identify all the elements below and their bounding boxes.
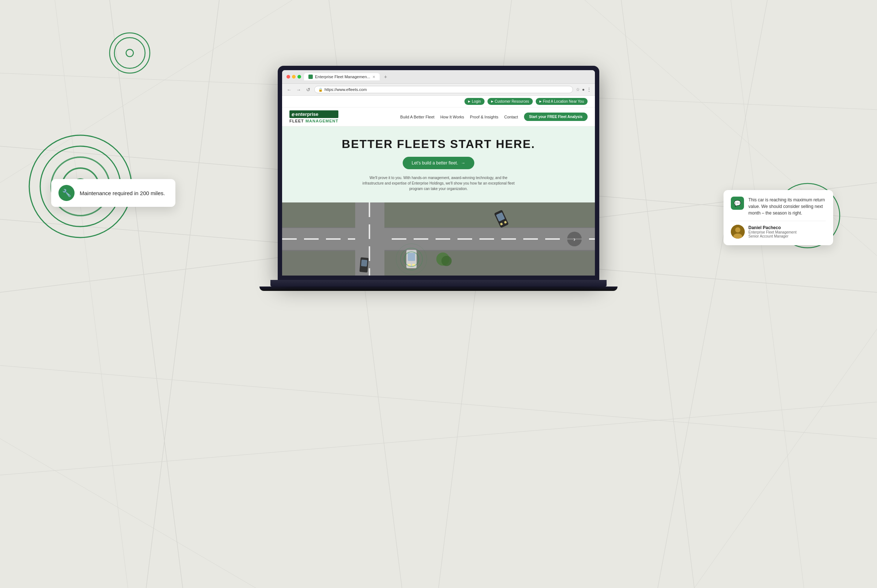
logo-e-letter: e bbox=[292, 111, 295, 117]
enterprise-logo: e enterprise bbox=[289, 110, 338, 118]
utility-bar: Login Customer Resources Find A Location… bbox=[282, 96, 595, 108]
svg-point-18 bbox=[109, 33, 150, 73]
lock-icon: 🔒 bbox=[318, 88, 323, 92]
browser-chrome: Enterprise Fleet Managemen... ✕ + bbox=[282, 70, 595, 84]
svg-rect-46 bbox=[589, 238, 595, 240]
advisor-avatar bbox=[731, 225, 745, 238]
hero-section: BETTER FLEETS START HERE. Let's build a … bbox=[282, 126, 595, 202]
svg-rect-43 bbox=[523, 238, 538, 240]
back-button[interactable]: ← bbox=[286, 86, 292, 93]
laptop-bottom bbox=[259, 286, 618, 291]
website-content: Login Customer Resources Find A Location… bbox=[282, 96, 595, 276]
fleet-analysis-cta-button[interactable]: Start your FREE Fleet Analysis bbox=[524, 112, 588, 121]
svg-line-8 bbox=[658, 0, 768, 588]
decorative-circle-top-left bbox=[106, 29, 153, 77]
svg-line-10 bbox=[0, 366, 877, 438]
url-text: https://www.efleets.com bbox=[324, 87, 367, 92]
svg-point-19 bbox=[114, 38, 145, 68]
browser-action-icons: ☆ ● ⋮ bbox=[576, 87, 591, 92]
advisor-chat-icon: 💬 bbox=[731, 196, 744, 210]
svg-rect-37 bbox=[392, 238, 406, 240]
account-icon[interactable]: ● bbox=[582, 87, 585, 92]
advisor-person: Daniel Pacheco Enterprise Fleet Manageme… bbox=[731, 221, 826, 238]
svg-line-12 bbox=[55, 0, 128, 588]
svg-rect-34 bbox=[326, 238, 340, 240]
logo: e enterprise FLEET MANAGEMENT bbox=[289, 110, 338, 123]
tab-favicon bbox=[309, 75, 313, 79]
svg-rect-42 bbox=[501, 238, 516, 240]
main-navigation: e enterprise FLEET MANAGEMENT Build A Be… bbox=[282, 108, 595, 126]
bookmark-icon[interactable]: ☆ bbox=[576, 87, 580, 92]
tab-close-icon[interactable]: ✕ bbox=[372, 75, 375, 79]
nav-build-link[interactable]: Build A Better Fleet bbox=[400, 115, 435, 119]
road-aerial-section: › bbox=[282, 202, 595, 276]
customer-resources-button[interactable]: Customer Resources bbox=[487, 98, 533, 105]
svg-rect-40 bbox=[457, 238, 472, 240]
maintenance-notification: 🔧 Maintenance required in 200 miles. bbox=[51, 179, 175, 207]
svg-rect-47 bbox=[282, 202, 595, 227]
svg-point-68 bbox=[441, 256, 452, 266]
maintenance-icon: 🔧 bbox=[58, 185, 75, 201]
svg-rect-59 bbox=[408, 253, 415, 261]
chat-icon: 💬 bbox=[734, 200, 741, 207]
svg-rect-53 bbox=[369, 268, 370, 276]
logo-subtitle: FLEET MANAGEMENT bbox=[289, 119, 338, 123]
svg-rect-50 bbox=[369, 202, 370, 217]
svg-line-11 bbox=[0, 402, 877, 475]
more-icon[interactable]: ⋮ bbox=[587, 87, 591, 92]
nav-contact-link[interactable]: Contact bbox=[504, 115, 518, 119]
nav-how-link[interactable]: How It Works bbox=[440, 115, 464, 119]
svg-line-16 bbox=[0, 438, 256, 588]
svg-rect-33 bbox=[304, 238, 319, 240]
svg-line-3 bbox=[109, 0, 183, 588]
wrench-icon: 🔧 bbox=[62, 189, 71, 197]
logo-management-text: MANAGEMENT bbox=[306, 119, 338, 123]
hero-cta-label: Let's build a better fleet. bbox=[411, 160, 458, 165]
svg-point-20 bbox=[126, 50, 133, 57]
browser-window: Enterprise Fleet Managemen... ✕ + ← → ↺ … bbox=[282, 70, 595, 276]
svg-rect-51 bbox=[369, 224, 370, 239]
logo-fleet-text: FLEET bbox=[289, 119, 304, 123]
svg-point-72 bbox=[735, 227, 741, 232]
svg-rect-41 bbox=[480, 238, 494, 240]
refresh-button[interactable]: ↺ bbox=[305, 86, 311, 93]
nav-links: Build A Better Fleet How It Works Proof … bbox=[400, 112, 588, 121]
advisor-name: Daniel Pacheco bbox=[748, 225, 797, 230]
address-bar[interactable]: 🔒 https://www.efleets.com bbox=[314, 86, 573, 93]
advisor-notification: 💬 This car is reaching its maximum retur… bbox=[724, 190, 833, 245]
svg-line-4 bbox=[146, 0, 219, 588]
svg-rect-66 bbox=[361, 260, 367, 266]
browser-tab[interactable]: Enterprise Fleet Managemen... ✕ bbox=[304, 73, 380, 80]
nav-proof-link[interactable]: Proof & Insights bbox=[470, 115, 498, 119]
logo-enterprise-text: enterprise bbox=[295, 111, 318, 117]
svg-rect-52 bbox=[369, 246, 370, 261]
tab-title: Enterprise Fleet Managemen... bbox=[315, 75, 370, 79]
svg-line-17 bbox=[694, 329, 877, 588]
hero-description: We'll prove it to you. With hands-on man… bbox=[362, 175, 515, 192]
close-dot[interactable] bbox=[286, 75, 290, 79]
new-tab-icon[interactable]: + bbox=[384, 74, 387, 80]
login-button[interactable]: Login bbox=[465, 98, 484, 105]
maximize-dot[interactable] bbox=[297, 75, 301, 79]
svg-rect-44 bbox=[545, 238, 560, 240]
advisor-message: This car is reaching its maximum return … bbox=[748, 196, 826, 216]
advisor-header: 💬 This car is reaching its maximum retur… bbox=[731, 196, 826, 216]
svg-rect-39 bbox=[436, 238, 450, 240]
maintenance-text: Maintenance required in 200 miles. bbox=[79, 190, 165, 196]
svg-rect-38 bbox=[414, 238, 428, 240]
browser-nav-bar: ← → ↺ 🔒 https://www.efleets.com ☆ ● ⋮ bbox=[282, 84, 595, 96]
forward-button[interactable]: → bbox=[295, 86, 302, 93]
laptop-base bbox=[270, 280, 607, 286]
svg-rect-32 bbox=[282, 238, 297, 240]
laptop-frame: Enterprise Fleet Managemen... ✕ + ← → ↺ … bbox=[237, 66, 640, 291]
advisor-company: Enterprise Fleet Management bbox=[748, 230, 797, 234]
svg-line-13 bbox=[731, 0, 804, 588]
minimize-dot[interactable] bbox=[292, 75, 295, 79]
advisor-info: Daniel Pacheco Enterprise Fleet Manageme… bbox=[748, 225, 797, 238]
hero-cta-button[interactable]: Let's build a better fleet. → bbox=[403, 157, 474, 169]
hero-cta-arrow: → bbox=[461, 160, 466, 165]
browser-dots bbox=[286, 75, 301, 79]
advisor-role: Senior Account Manager bbox=[748, 234, 797, 238]
find-location-button[interactable]: Find A Location Near You bbox=[536, 98, 588, 105]
svg-text:›: › bbox=[573, 236, 575, 242]
